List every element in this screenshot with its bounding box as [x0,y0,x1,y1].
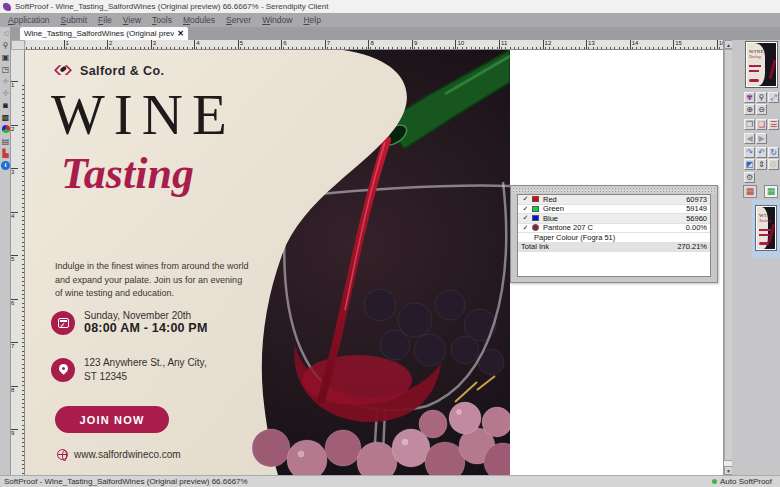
app-icon [3,3,11,11]
menu-item[interactable]: Window [262,15,292,25]
zoom-out-icon: ⊖ [758,105,765,114]
fit-to-window-button[interactable]: ⤢ [768,92,779,103]
chart-icon: ▙ [2,149,8,158]
new-view-button[interactable]: ✩ [768,159,779,170]
corner-tool[interactable]: ◳ [0,63,11,75]
title-bar: SoftProof - Wine_Tasting_SalfordWines (O… [0,0,780,13]
thumb-bar [749,70,759,72]
ink-visibility-checkbox[interactable]: ✓ [521,195,530,203]
vertical-ruler: 123456789 [11,50,25,475]
brand-row: Salford & Co. [53,62,164,80]
ink-visibility-checkbox[interactable]: ✓ [521,224,530,232]
brand-name: Salford & Co. [80,64,164,78]
menu-item[interactable]: Modules [183,15,215,25]
menu-item[interactable]: Tools [152,15,172,25]
crosshair-icon: ✜ [2,89,9,98]
move-tool[interactable]: ✜ [0,87,11,99]
list-icon: ☰ [770,120,777,129]
monitor-settings-button[interactable]: ⚙ [744,172,755,183]
frame-tool[interactable]: ▣ [0,51,11,63]
panel-drag-handle[interactable] [512,187,716,193]
color-view-icon: ✾ [746,93,753,102]
next-icon: ▶ [758,134,764,143]
menu-item[interactable]: Help [303,15,320,25]
tab-close-icon[interactable]: ✕ [177,29,184,38]
zoom-out-button[interactable]: ⊖ [756,104,767,115]
ruler-number: 6 [281,40,325,49]
pan-tool[interactable]: ☜ [0,27,11,39]
undo-button[interactable]: ↶ [756,147,767,158]
pages-tab[interactable]: ▦ [743,185,757,198]
ruler-number: 10 [455,40,499,49]
page-preview-button[interactable]: ❏ [756,119,767,130]
red-swatch [532,196,539,202]
book-tool[interactable]: ▤ [0,135,11,147]
ink-visibility-checkbox[interactable]: ✓ [521,205,530,213]
chart-tool[interactable]: ▙ [0,147,11,159]
ink-name: Red [543,195,686,204]
next-page-button[interactable]: ▶ [756,133,767,144]
thumb-bar [749,65,761,67]
ruler-number: 2 [107,40,151,49]
ruler-number: 4 [11,212,18,256]
ink-row-green[interactable]: ✓ Green 59149 [518,205,710,215]
menu-item[interactable]: File [98,15,112,25]
zoom-in-button[interactable]: ⊕ [744,104,755,115]
ruler-number: 1 [11,81,18,125]
gear-icon: ⚙ [746,173,753,182]
ink-value: 60973 [686,195,707,204]
preview-canvas[interactable]: Salford & Co. WINE Tasting Indulge in th… [25,50,723,475]
address-line1: 123 Anywhere St., Any City, [84,356,207,370]
zoom-rect-button[interactable]: ⚲ [756,92,767,103]
zoom-tool[interactable]: ⚲ [0,39,11,51]
inspector-tool[interactable]: ▩ [0,111,11,123]
annotation-list-button[interactable]: ☰ [768,119,779,130]
ruler-number: 9 [412,40,456,49]
join-now-button[interactable]: JOIN NOW [55,406,169,433]
ruler-number: 0 [20,40,64,49]
crop-marks-tool[interactable]: ✛ [0,75,11,87]
navigator-thumbnail[interactable]: WINE Tasting [745,41,778,88]
selected-page-thumbnail[interactable]: WINE Tasting [755,205,777,251]
hand-icon: ☜ [2,29,9,38]
redo-button[interactable]: ↷ [744,147,755,158]
ink-row-red[interactable]: ✓ Red 60973 [518,195,710,205]
application-window: SoftProof - Wine_Tasting_SalfordWines (O… [0,0,780,487]
menu-item[interactable]: Application [8,15,50,25]
refresh-button[interactable]: ↻ [768,147,779,158]
ink-visibility-checkbox[interactable]: ✓ [521,214,530,222]
ink-row-paper-colour[interactable]: Paper Colour (Fogra 51) [518,233,710,243]
color-wheel-tool[interactable] [0,123,11,135]
info-tool[interactable]: i [0,159,11,171]
resize-view-button[interactable]: ◩ [744,159,755,170]
vertical-scrollbar[interactable]: ▲ ▼ [723,40,732,475]
previous-page-button[interactable]: ◀ [744,133,755,144]
magnifier-icon: ⚲ [3,41,9,50]
thumb-bar [759,229,771,231]
thumbnails-tab[interactable]: ▦ [764,185,778,198]
menu-bar: ApplicationSubmitFileViewToolsModulesSer… [0,13,780,27]
ink-values-panel[interactable]: ✓ Red 60973 ✓ Green 59149 ✓ Blue 56960 [510,185,718,283]
refresh-icon: ↻ [770,148,777,157]
website-url: www.salfordwineco.com [74,449,181,460]
softproof-view-button[interactable]: ✾ [744,92,755,103]
ink-name: Blue [543,214,686,223]
ink-row-blue[interactable]: ✓ Blue 56960 [518,214,710,224]
poster-title: WINE [51,86,236,143]
poster-thumbnail: WINE Tasting [757,207,775,249]
inspector-icon: ▩ [2,113,10,122]
zoom-in-icon: ⊕ [746,105,753,114]
menu-item[interactable]: View [123,15,141,25]
ink-name: Pantone 207 C [543,223,686,232]
ink-row-pantone[interactable]: ✓ Pantone 207 C 0.00% [518,224,710,234]
ruler-number: 6 [11,299,18,343]
menu-item[interactable]: Server [226,15,251,25]
tile-views-button[interactable]: ❐ [744,119,755,130]
event-date-row: Sunday, November 20th 08:00 AM - 14:00 P… [51,310,208,335]
densitometer-tool[interactable]: ◙ [0,99,11,111]
thumb-wine [768,224,775,243]
menu-item[interactable]: Submit [61,15,87,25]
document-tab[interactable]: Wine_Tasting_SalfordWines (Original prev… [20,27,188,40]
ruler-number: 3 [151,40,195,49]
mirror-button[interactable]: ⇕ [756,159,767,170]
